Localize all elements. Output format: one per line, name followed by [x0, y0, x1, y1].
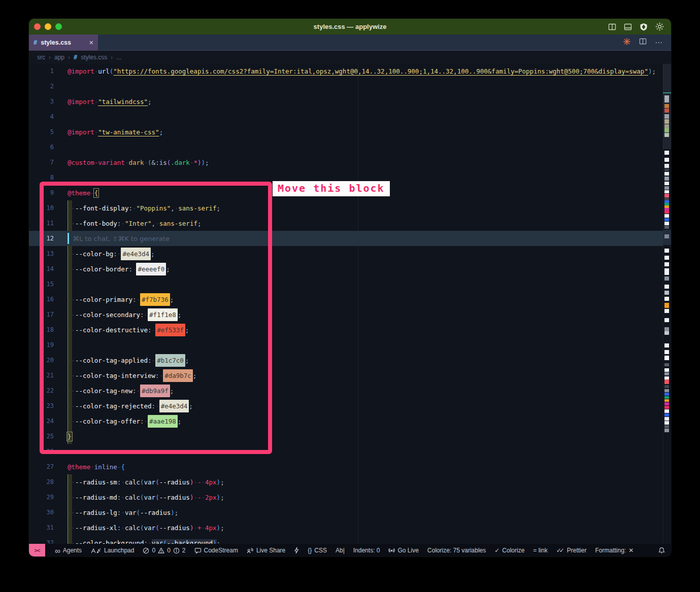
code-line[interactable]: 1@import·url("https://fonts.googleapis.c… [29, 64, 671, 79]
minimap-block [664, 356, 669, 360]
statusbar-link[interactable]: = link [533, 547, 547, 554]
line-number: 30 [29, 509, 54, 516]
code-line[interactable]: 20··--color-tag-applied:·#b1c7c0; [29, 353, 671, 368]
code-line[interactable]: 32··--color-background:·var(--background… [29, 535, 671, 544]
line-number: 6 [29, 144, 54, 151]
minimap-block [664, 124, 669, 128]
tab-styles-css[interactable]: # styles.css × [29, 34, 98, 50]
statusbar-agents[interactable]: ∞ Agents [55, 547, 82, 554]
code-line[interactable]: 5@import·"tw-animate-css"; [29, 124, 671, 140]
line-number: 1 [29, 67, 54, 75]
line-number: 26 [29, 448, 54, 455]
line-content: } [68, 433, 72, 440]
statusbar-golive[interactable]: Go Live [388, 547, 418, 554]
minimap-block [664, 372, 669, 375]
split-editor-right-icon[interactable] [639, 38, 647, 47]
code-line[interactable]: 24··--color-tag-offer:·#aae198; [29, 413, 671, 429]
code-line[interactable]: 29··--radius-md:·calc(var(--radius)·-·2p… [29, 490, 671, 505]
notifications-bell[interactable] [658, 547, 665, 554]
statusbar-problems[interactable]: 0 0 2 [143, 547, 185, 554]
code-line[interactable]: 30··--radius-lg:·var(--radius); [29, 505, 671, 520]
remote-indicator[interactable]: >< [29, 544, 45, 556]
minimap-block [664, 268, 669, 275]
code-editor[interactable]: 1@import·url("https://fonts.googleapis.c… [29, 64, 671, 544]
tab-close-icon[interactable]: × [89, 39, 93, 46]
statusbar-lightning[interactable] [294, 547, 299, 554]
minimap-block [664, 327, 669, 331]
code-line[interactable]: 3@import·"tailwindcss"; [29, 94, 671, 109]
code-line[interactable]: 2 [29, 79, 671, 94]
statusbar-language-mode[interactable]: {} CSS [308, 547, 327, 554]
statusbar-abl[interactable]: Ab| [336, 547, 345, 554]
statusbar-prettier[interactable]: ✓✓ Prettier [556, 547, 587, 554]
minimap-block [664, 177, 669, 181]
code-line[interactable]: 31··--radius-xl:·calc(var(--radius)·+·4p… [29, 520, 671, 535]
minimap-block [664, 222, 669, 225]
minimap[interactable] [663, 64, 671, 544]
statusbar-launchpad[interactable]: Launchpad [90, 547, 134, 554]
line-number: 22 [29, 387, 54, 394]
breadcrumb-src[interactable]: src [37, 54, 45, 61]
breadcrumb-file[interactable]: styles.css [81, 54, 107, 61]
code-line[interactable]: 16··--color-primary:·#f7b736; [29, 292, 671, 307]
more-actions-icon[interactable]: ⋯ [655, 38, 663, 47]
line-content: ··--radius-lg:·var(--radius); [68, 509, 178, 516]
code-line[interactable]: 13··--color-bg:·#e4e3d4; [29, 246, 671, 261]
copilot-starburst-icon[interactable] [623, 38, 631, 48]
line-content: ⌘L to chat, ⇧⌘K to generate [68, 233, 170, 244]
code-line[interactable]: 23··--color-tag-rejected:·#e4e3d4; [29, 398, 671, 413]
color-swatch: #b1c7c0 [155, 354, 185, 367]
code-line[interactable]: 11··--font-body:·"Inter",·sans-serif; [29, 216, 671, 231]
minimap-block [664, 168, 669, 171]
code-line[interactable]: 12⌘L to chat, ⇧⌘K to generate [29, 231, 671, 246]
code-line[interactable]: 14··--color-border:·#eeeef0; [29, 261, 671, 276]
line-number: 25 [29, 433, 54, 440]
minimap-block [664, 396, 669, 399]
statusbar-formatting[interactable]: Formatting: ✕ [595, 547, 634, 554]
code-line[interactable]: 4 [29, 109, 671, 124]
code-line[interactable]: 27@theme·inline·{ [29, 459, 671, 474]
minimap-block [664, 104, 669, 108]
settings-gear-icon[interactable] [655, 22, 664, 31]
minimap-block [664, 109, 669, 113]
minimap-block [664, 350, 669, 354]
color-swatch: #ef533f [155, 324, 185, 336]
line-content: ··--color-tag-interview:·#da9b7c; [68, 372, 196, 379]
statusbar-colorize[interactable]: ✓ Colorize [494, 547, 524, 554]
line-number: 2 [29, 83, 54, 90]
code-line[interactable]: 22··--color-tag-new:·#db9a9f; [29, 383, 671, 398]
breadcrumb-symbol[interactable]: ... [116, 54, 121, 61]
code-line[interactable]: 28··--radius-sm:·calc(var(--radius)·-·4p… [29, 474, 671, 490]
code-line[interactable]: 26 [29, 444, 671, 459]
line-number: 27 [29, 463, 54, 470]
code-line[interactable]: 25} [29, 429, 671, 444]
code-line[interactable]: 10··--font-display:·"Poppins",·sans-seri… [29, 200, 671, 216]
status-bar: >< ∞ Agents Launchpad 0 0 2 [29, 544, 671, 556]
split-editor-icon[interactable] [608, 23, 616, 31]
minimap-block [664, 262, 669, 266]
line-content: @import·"tw-animate-css"; [68, 128, 163, 136]
close-x-icon[interactable]: ✕ [628, 547, 634, 554]
statusbar-liveshare[interactable]: Live Share [247, 547, 285, 554]
line-number: 11 [29, 220, 54, 227]
code-line[interactable]: 17··--color-secondary:·#f1f1e8; [29, 307, 671, 322]
toggle-panel-icon[interactable] [624, 23, 632, 31]
statusbar-codestream[interactable]: CodeStream [194, 547, 238, 554]
code-line[interactable]: 21··--color-tag-interview:·#da9b7c; [29, 368, 671, 383]
statusbar-colorize-count[interactable]: Colorize: 75 variables [427, 547, 486, 554]
code-line[interactable]: 7@custom-variant·dark·(&:is(.dark·*)); [29, 155, 671, 170]
minimap-block [664, 393, 669, 396]
code-line[interactable]: 19 [29, 337, 671, 353]
color-swatch: #da9b7c [163, 369, 193, 382]
minimap-block [664, 425, 669, 428]
code-line[interactable]: 6 [29, 140, 671, 155]
line-number: 32 [29, 539, 54, 544]
line-content: ··--font-body:·"Inter",·sans-serif; [68, 220, 201, 227]
code-line[interactable]: 15 [29, 276, 671, 292]
minimap-block [664, 385, 669, 388]
breadcrumb-app[interactable]: app [54, 54, 64, 61]
code-line[interactable]: 18··--color-destructive:·#ef533f; [29, 322, 671, 337]
extension-shield-icon[interactable] [640, 23, 648, 31]
statusbar-indents[interactable]: Indents: 0 [353, 547, 380, 554]
infinity-icon: ∞ [55, 547, 60, 554]
